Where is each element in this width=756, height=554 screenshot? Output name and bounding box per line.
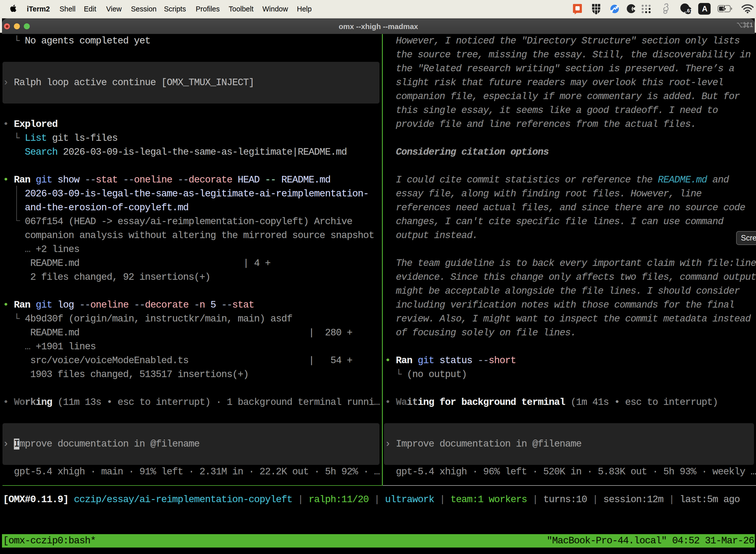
svg-text:1: 1 [750, 22, 753, 28]
svg-text:A: A [702, 4, 707, 13]
svg-text:..61: ..61 [684, 8, 693, 13]
